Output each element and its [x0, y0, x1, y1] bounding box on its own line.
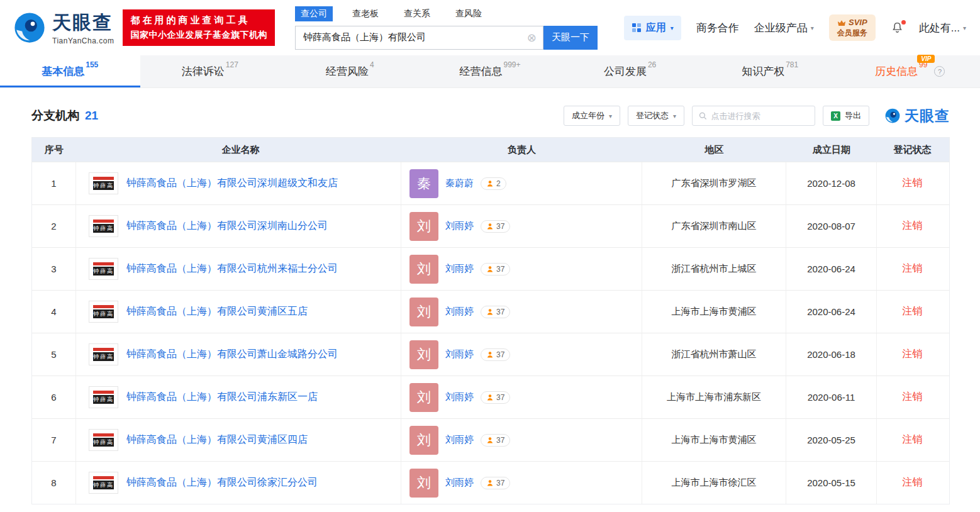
company-logo-band: [93, 433, 114, 437]
company-link[interactable]: 钟薛高食品（上海）有限公司杭州来福士分公司: [126, 262, 338, 275]
row-index: 7: [32, 419, 76, 461]
svip-member-button[interactable]: SVIP 会员服务: [829, 14, 876, 40]
company-logo: 钟薛高: [89, 429, 118, 451]
table-row: 6 钟薛高 钟薛高食品（上海）有限公司浦东新区一店 刘 刘雨婷 37 上海市上海…: [32, 376, 949, 418]
tianyancha-watermark: 天眼查: [884, 106, 950, 126]
business-cooperation-link[interactable]: 商务合作: [696, 21, 739, 35]
branches-table: 序号 企业名称 负责人 地区 成立日期 登记状态 1 钟薛高 钟薛高食品（上海）…: [31, 137, 950, 504]
person-avatar: 刘: [409, 212, 438, 241]
tab-business-info[interactable]: 经营信息999+: [420, 55, 560, 87]
person-avatar: 刘: [409, 383, 438, 412]
tab-intellectual-property[interactable]: 知识产权781: [700, 55, 840, 87]
search-tab-boss[interactable]: 查老板: [347, 6, 384, 21]
status-badge: 注销: [903, 305, 923, 318]
company-link[interactable]: 钟薛高食品（上海）有限公司深圳超级文和友店: [126, 177, 338, 190]
tianyancha-logo[interactable]: 天眼查 TianYanCha.com: [13, 10, 114, 45]
tianyancha-eye-icon: [884, 108, 901, 124]
badge-count: 37: [496, 393, 504, 402]
tab-label: 公司发展: [604, 64, 647, 79]
person-link[interactable]: 刘雨婷: [445, 391, 474, 403]
company-logo: 钟薛高: [89, 301, 118, 323]
company-link[interactable]: 钟薛高食品（上海）有限公司萧山金城路分公司: [126, 348, 338, 361]
table-search-input[interactable]: [711, 111, 808, 121]
svip-label-bottom: 会员服务: [837, 28, 867, 38]
enterprise-label: 企业级产品: [754, 21, 808, 35]
enterprise-product-dropdown[interactable]: 企业级产品 ▾: [754, 21, 814, 35]
related-companies-badge[interactable]: 37: [481, 220, 510, 233]
notification-bell-icon[interactable]: [891, 21, 904, 35]
status-badge: 注销: [903, 177, 923, 190]
person-link[interactable]: 刘雨婷: [445, 434, 474, 446]
export-label: 导出: [845, 110, 861, 121]
tab-operating-risk[interactable]: 经营风险4: [280, 55, 420, 87]
company-link[interactable]: 钟薛高食品（上海）有限公司徐家汇分公司: [126, 476, 318, 489]
search-button[interactable]: 天眼一下: [543, 26, 598, 50]
person-link[interactable]: 刘雨婷: [445, 348, 474, 360]
table-header-row: 序号 企业名称 负责人 地区 成立日期 登记状态: [32, 138, 949, 162]
date-cell: 2020-06-24: [786, 291, 877, 333]
tab-count: 999+: [504, 60, 521, 69]
company-link[interactable]: 钟薛高食品（上海）有限公司黄浦区四店: [126, 433, 308, 447]
badge-count: 2: [496, 179, 501, 188]
apps-dropdown[interactable]: 应用 ▾: [624, 16, 681, 40]
column-header-date: 成立日期: [786, 138, 877, 162]
person-link[interactable]: 刘雨婷: [445, 306, 474, 318]
person-link[interactable]: 秦蔚蔚: [445, 177, 474, 189]
user-menu-dropdown[interactable]: 此处有... ▾: [919, 21, 966, 35]
company-logo-band: [93, 220, 114, 223]
tab-legal[interactable]: 法律诉讼127: [140, 55, 281, 87]
company-logo-text: 钟薛高: [93, 438, 114, 447]
company-link[interactable]: 钟薛高食品（上海）有限公司浦东新区一店: [126, 391, 318, 404]
section-count: 21: [85, 109, 98, 123]
company-logo-band: [93, 177, 114, 180]
chevron-down-icon: ▾: [609, 113, 612, 120]
badge-count: 37: [496, 479, 504, 487]
row-index: 8: [32, 462, 76, 504]
status-badge: 注销: [903, 391, 923, 404]
search-box: ⊗: [295, 26, 543, 50]
badge-count: 37: [496, 222, 504, 231]
tab-history[interactable]: 历史信息 99 VIP ?: [840, 55, 980, 87]
related-companies-badge[interactable]: 37: [481, 434, 510, 447]
tab-basic-info[interactable]: 基本信息155: [0, 55, 140, 87]
related-companies-badge[interactable]: 2: [481, 177, 506, 190]
person-avatar: 刘: [409, 426, 438, 455]
header-right: 应用 ▾ 商务合作 企业级产品 ▾ SVIP 会员服务 此处有...: [624, 14, 966, 40]
column-header-status: 登记状态: [877, 138, 948, 162]
company-link[interactable]: 钟薛高食品（上海）有限公司黄浦区五店: [126, 305, 308, 318]
person-link[interactable]: 刘雨婷: [445, 477, 474, 489]
founding-year-filter[interactable]: 成立年份 ▾: [564, 106, 620, 126]
help-icon[interactable]: ?: [934, 66, 945, 77]
row-index: 2: [32, 205, 76, 247]
row-index: 5: [32, 333, 76, 376]
related-companies-badge[interactable]: 37: [481, 263, 510, 275]
tab-count: 781: [786, 60, 798, 69]
table-body: 1 钟薛高 钟薛高食品（上海）有限公司深圳超级文和友店 秦 秦蔚蔚 2 广东省深…: [32, 162, 949, 504]
column-header-person: 负责人: [401, 138, 642, 162]
related-companies-badge[interactable]: 37: [481, 348, 510, 361]
search-input[interactable]: [296, 26, 543, 49]
related-companies-badge[interactable]: 37: [481, 477, 510, 489]
export-button[interactable]: X 导出: [823, 106, 869, 126]
clear-icon[interactable]: ⊗: [527, 32, 537, 43]
company-link[interactable]: 钟薛高食品（上海）有限公司深圳南山分公司: [126, 220, 328, 233]
svip-label-top: SVIP: [849, 18, 867, 28]
search-tab-relation[interactable]: 查关系: [398, 6, 436, 21]
tab-label: 知识产权: [742, 64, 784, 79]
related-companies-badge[interactable]: 37: [481, 306, 510, 318]
tab-company-development[interactable]: 公司发展26: [560, 55, 700, 87]
search-tab-company[interactable]: 查公司: [295, 6, 333, 21]
person-avatar: 刘: [409, 469, 438, 498]
tab-label: 历史信息: [875, 64, 918, 79]
company-logo-band: [93, 391, 114, 394]
person-link[interactable]: 刘雨婷: [445, 263, 474, 275]
registration-status-filter[interactable]: 登记状态 ▾: [628, 106, 684, 126]
search-tab-risk[interactable]: 查风险: [450, 6, 487, 21]
person-link[interactable]: 刘雨婷: [445, 220, 474, 232]
date-cell: 2020-12-08: [786, 162, 877, 204]
search-area: 查公司 查老板 查关系 查风险 ⊗ 天眼一下: [295, 6, 598, 50]
promo-line2: 国家中小企业发展子基金旗下机构: [130, 30, 267, 41]
related-companies-badge[interactable]: 37: [481, 391, 510, 404]
table-row: 7 钟薛高 钟薛高食品（上海）有限公司黄浦区四店 刘 刘雨婷 37 上海市上海市…: [32, 418, 949, 461]
status-badge: 注销: [903, 348, 923, 361]
